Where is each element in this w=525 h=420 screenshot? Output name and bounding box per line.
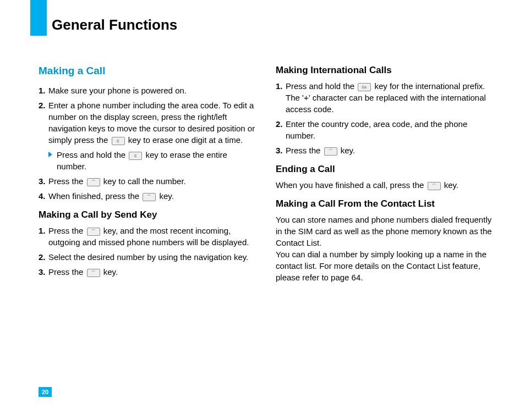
right-column: Making International Calls 1. Press and …: [276, 65, 493, 286]
list-text: Press the key, and the most recent incom…: [48, 225, 256, 248]
list-text: Make sure your phone is powered on.: [48, 85, 256, 96]
text-part: When finished, press the: [48, 191, 141, 201]
list-item: 2. Select the desired number by using th…: [39, 251, 256, 263]
list-item: 1. Press and hold the key for the intern…: [276, 80, 493, 115]
list-number: 2.: [276, 118, 286, 130]
call-key-icon: [428, 182, 441, 190]
text-part: Press the: [286, 146, 323, 155]
list-number: 2.: [39, 251, 48, 263]
list-item: 3. Press the key.: [276, 145, 493, 156]
list-text: Enter the country code, area code, and t…: [286, 118, 493, 141]
list-item: 3. Press the key to call the number.: [39, 175, 256, 187]
call-key-icon: [87, 228, 100, 236]
c-key-icon: [112, 137, 125, 145]
paragraph: When you have finished a call, press the…: [276, 179, 493, 191]
zero-key-icon: [358, 83, 371, 91]
list-text: When finished, press the key.: [48, 190, 256, 202]
list-text: Enter a phone number including the area …: [48, 100, 256, 146]
section-heading-contact-list: Making a Call From the Contact List: [276, 198, 493, 209]
list-number: 3.: [39, 266, 48, 278]
text-part: key to erase one digit at a time.: [128, 135, 243, 145]
paragraph: You can store names and phone numbers di…: [276, 214, 493, 283]
page-number: 20: [39, 387, 52, 397]
bullet-text: Press and hold the key to erase the enti…: [57, 149, 256, 172]
call-key-icon: [143, 193, 156, 201]
section-heading-send-key: Making a Call by Send Key: [39, 209, 256, 220]
left-column: Making a Call 1. Make sure your phone is…: [39, 65, 256, 286]
call-key-icon: [87, 269, 100, 277]
list-number: 3.: [39, 175, 48, 187]
list-number: 2.: [39, 100, 48, 111]
list-item: 1. Press the key, and the most recent in…: [39, 225, 256, 248]
text-part: Press the: [48, 176, 86, 186]
list-text: Press the key.: [48, 266, 256, 278]
list-text: Press the key to call the number.: [48, 175, 256, 187]
list-number: 4.: [39, 190, 48, 202]
text-part: key.: [444, 180, 458, 190]
call-key-icon: [87, 178, 100, 186]
header-tab: [30, 0, 47, 36]
text-part: key.: [159, 191, 173, 201]
list-item: 1. Make sure your phone is powered on.: [39, 85, 256, 96]
list-number: 3.: [276, 145, 286, 156]
list-text: Select the desired number by using the n…: [48, 251, 256, 263]
text-part: Press and hold the: [286, 81, 357, 91]
triangle-icon: [48, 152, 52, 157]
list-text: Press and hold the key for the internati…: [286, 80, 493, 115]
text-part: Press the: [48, 226, 86, 235]
c-key-icon: [129, 152, 142, 160]
text-part: key.: [103, 267, 118, 277]
text-part: Press and hold the: [57, 150, 128, 159]
sub-bullet: Press and hold the key to erase the enti…: [48, 149, 256, 172]
list-number: 1.: [39, 225, 48, 236]
text-part: Press the: [48, 267, 86, 277]
section-heading-ending: Ending a Call: [276, 164, 493, 175]
list-text: Press the key.: [286, 145, 493, 156]
list-item: 3. Press the key.: [39, 266, 256, 278]
page-title: General Functions: [52, 16, 177, 34]
list-item: 2. Enter the country code, area code, an…: [276, 118, 493, 141]
text-part: key.: [341, 146, 355, 155]
content-area: Making a Call 1. Make sure your phone is…: [39, 65, 497, 286]
list-item: 4. When finished, press the key.: [39, 190, 256, 202]
call-key-icon: [324, 147, 337, 156]
list-number: 1.: [39, 85, 48, 96]
text-part: key to call the number.: [103, 176, 186, 186]
list-item: 2. Enter a phone number including the ar…: [39, 100, 256, 146]
list-number: 1.: [276, 80, 286, 92]
text-part: When you have finished a call, press the: [276, 180, 426, 190]
section-heading-international: Making International Calls: [276, 65, 493, 76]
section-heading-making-a-call: Making a Call: [39, 65, 256, 77]
